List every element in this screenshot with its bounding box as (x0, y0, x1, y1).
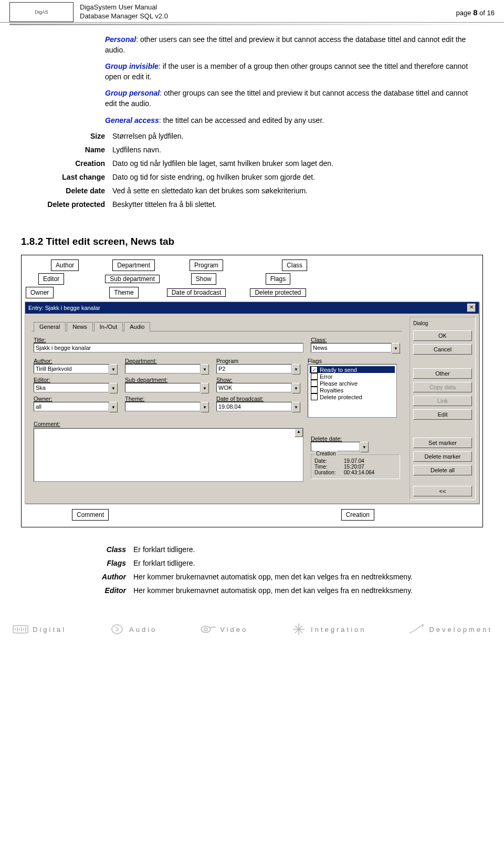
checkbox-icon[interactable] (311, 393, 318, 400)
chevron-down-icon[interactable]: ▼ (292, 402, 300, 412)
digital-icon (12, 623, 29, 636)
subdept-combo[interactable]: ▼ (125, 383, 209, 393)
dob-label: Date of broadcast: (216, 396, 300, 402)
chevron-down-icon[interactable]: ▼ (109, 402, 118, 412)
chevron-down-icon[interactable]: ▼ (109, 364, 118, 375)
def-term-author: Author (42, 573, 133, 581)
def-row: EditorHer kommer brukernavnet automatisk… (42, 586, 474, 595)
delete-all-button[interactable]: Delete all (413, 465, 472, 475)
tab-news[interactable]: News (67, 322, 93, 331)
department-label: Department: (125, 358, 209, 364)
callout-program: Program (190, 259, 223, 271)
author-label: Author: (34, 358, 118, 364)
back-button[interactable]: << (413, 486, 472, 496)
callout-show: Show (191, 273, 216, 285)
copy-data-button[interactable]: Copy data (413, 382, 472, 392)
def-row: Last changeDato og tid for siste endring… (21, 173, 474, 181)
checkbox-icon[interactable] (311, 387, 318, 393)
chevron-down-icon[interactable]: ▼ (201, 402, 209, 412)
integration-icon (290, 623, 308, 636)
comment-textarea[interactable]: ▲ (34, 428, 303, 482)
delete-date-label: Delete date: (311, 435, 400, 442)
dob-combo[interactable]: 19.08.04▼ (216, 402, 300, 412)
cancel-button[interactable]: Cancel (413, 344, 472, 355)
section-heading: 1.8.2 Tittel edit screen, News tab (21, 236, 504, 247)
creation-time: 15:20:07 (344, 464, 364, 470)
def-row: FlagsEr forklart tidligere. (42, 559, 474, 567)
owner-combo[interactable]: all▼ (34, 402, 118, 412)
chevron-down-icon[interactable]: ▼ (201, 383, 209, 393)
group-invisible-desc: Group invisible: if the user is a member… (105, 61, 474, 82)
field-definitions-1: SizeStørrelsen på lydfilen. NameLydfilen… (21, 132, 474, 209)
development-icon (408, 623, 426, 636)
department-combo[interactable]: ▼ (125, 364, 209, 375)
ok-button[interactable]: OK (413, 330, 472, 341)
window-titlebar[interactable]: Entry: Sjakk i begge kanalar ✕ (25, 302, 479, 314)
show-combo[interactable]: WOK▼ (216, 383, 300, 393)
close-icon[interactable]: ✕ (467, 304, 476, 312)
set-marker-button[interactable]: Set marker (413, 438, 472, 448)
tab-audio[interactable]: Audio (124, 322, 150, 331)
form-area: General News In-/Out Audio Title: Sjakk … (28, 317, 405, 500)
def-row: SizeStørrelsen på lydfilen. (21, 132, 474, 140)
video-icon (199, 623, 217, 636)
def-term-editor: Editor (42, 586, 133, 595)
program-combo[interactable]: P2▼ (216, 364, 300, 375)
tab-general[interactable]: General (34, 322, 66, 331)
chevron-down-icon[interactable]: ▼ (292, 364, 300, 375)
def-term-size: Size (21, 132, 112, 140)
edit-button[interactable]: Edit (413, 409, 472, 420)
manual-line2: Database Manager SQL v2.0 (80, 12, 168, 20)
other-button[interactable]: Other (413, 368, 472, 379)
delete-marker-button[interactable]: Delete marker (413, 451, 472, 462)
audio-icon (108, 623, 126, 636)
svg-point-2 (204, 628, 207, 631)
def-row: ClassEr forklart tidligere. (42, 545, 474, 554)
flag-error[interactable]: Error (310, 373, 395, 380)
title-input[interactable]: Sjakk i begge kanalar (34, 343, 303, 352)
flag-please-archive[interactable]: Please archive (310, 380, 395, 387)
show-label: Show: (216, 377, 300, 383)
class-combo[interactable]: News ▼ (311, 343, 400, 354)
theme-combo[interactable]: ▼ (125, 402, 209, 412)
footer-development: Development (408, 623, 492, 636)
def-row: AuthorHer kommer brukernavnet automatisk… (42, 573, 474, 581)
callout-sub-department: Sub department (105, 275, 159, 283)
def-term-delete-date: Delete date (21, 186, 112, 195)
chevron-down-icon[interactable]: ▼ (109, 383, 118, 393)
footer-integration: Integration (290, 623, 366, 636)
checkbox-icon[interactable]: ✓ (311, 366, 318, 373)
author-combo[interactable]: Tirill Bjørkvold▼ (34, 364, 118, 375)
chevron-down-icon[interactable]: ▼ (360, 442, 369, 452)
flag-royalties[interactable]: Royalties (310, 387, 395, 393)
def-term-name: Name (21, 146, 112, 154)
scroll-up-icon[interactable]: ▲ (295, 429, 303, 437)
chevron-down-icon[interactable]: ▼ (292, 383, 300, 393)
def-term-class: Class (42, 545, 133, 554)
chevron-down-icon[interactable]: ▼ (392, 343, 400, 354)
tab-in-out[interactable]: In-/Out (94, 322, 123, 331)
flag-ready-to-send[interactable]: ✓Ready to send (310, 366, 395, 373)
flags-listbox[interactable]: ✓Ready to send Error Please archive Roya… (308, 364, 397, 418)
subdept-label: Sub department: (125, 377, 209, 383)
callout-owner: Owner (26, 287, 54, 298)
checkbox-icon[interactable] (311, 380, 318, 387)
callout-department: Department (112, 259, 155, 271)
flags-label: Flags (308, 358, 397, 364)
class-label: Class: (311, 337, 400, 343)
link-button[interactable]: Link (413, 396, 472, 406)
chevron-down-icon[interactable]: ▼ (201, 364, 209, 375)
checkbox-icon[interactable] (311, 373, 318, 380)
logo-placeholder: DigAS (9, 2, 74, 22)
flag-delete-protected[interactable]: Delete protected (310, 393, 395, 400)
callout-editor: Editor (38, 273, 64, 285)
page-footer: Digital Audio Video Integration Developm… (12, 623, 492, 636)
header-divider (9, 24, 495, 25)
callout-class: Class (282, 259, 307, 271)
title-label: Title: (34, 337, 303, 343)
creation-label: Creation (314, 451, 338, 456)
footer-video: Video (199, 623, 248, 636)
def-row: NameLydfilens navn. (21, 146, 474, 154)
editor-combo[interactable]: Ska▼ (34, 383, 118, 393)
creation-date: 19.07.04 (344, 458, 364, 464)
